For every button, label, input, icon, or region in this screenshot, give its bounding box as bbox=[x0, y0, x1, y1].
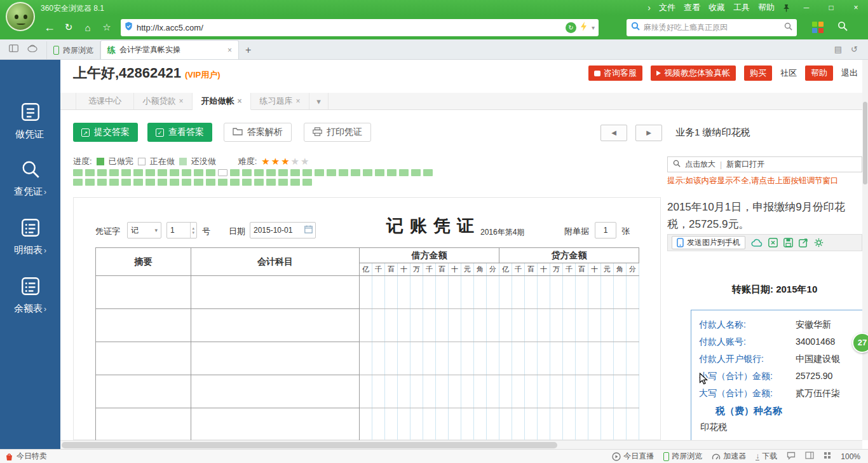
cloud-save-icon[interactable] bbox=[751, 238, 763, 247]
progress-square[interactable] bbox=[387, 169, 397, 176]
credit-amount-cell[interactable] bbox=[588, 408, 601, 441]
menu-expand-icon[interactable]: › bbox=[648, 3, 651, 13]
voucher-number-value[interactable] bbox=[167, 226, 190, 235]
progress-square[interactable] bbox=[133, 169, 143, 176]
summary-cell[interactable] bbox=[96, 408, 191, 441]
debit-amount-cell[interactable] bbox=[487, 342, 499, 375]
debit-amount-cell[interactable] bbox=[423, 342, 436, 375]
progress-square[interactable] bbox=[97, 179, 107, 186]
debit-amount-cell[interactable] bbox=[474, 309, 487, 342]
menu-file[interactable]: 文件 bbox=[659, 2, 675, 13]
account-cell[interactable] bbox=[191, 408, 360, 441]
debit-amount-cell[interactable] bbox=[385, 375, 398, 408]
progress-square[interactable] bbox=[109, 179, 119, 186]
notification-badge[interactable]: 27 bbox=[852, 333, 868, 353]
credit-amount-cell[interactable] bbox=[525, 342, 538, 375]
home-icon[interactable]: ⌂ bbox=[79, 22, 97, 33]
debit-amount-cell[interactable] bbox=[436, 342, 449, 375]
credit-amount-cell[interactable] bbox=[588, 342, 601, 375]
credit-amount-cell[interactable] bbox=[627, 276, 639, 309]
progress-square[interactable] bbox=[109, 169, 119, 176]
progress-square[interactable] bbox=[158, 169, 167, 176]
debit-amount-cell[interactable] bbox=[398, 408, 410, 441]
credit-amount-cell[interactable] bbox=[499, 408, 512, 441]
menu-favorites[interactable]: 收藏 bbox=[709, 2, 725, 13]
debit-amount-cell[interactable] bbox=[398, 342, 410, 375]
view-answer-button[interactable]: ✓查看答案 bbox=[147, 123, 212, 142]
tab-close-icon[interactable]: × bbox=[295, 97, 300, 106]
url-input[interactable] bbox=[137, 23, 562, 32]
print-voucher-button[interactable]: 打印凭证 bbox=[304, 123, 371, 142]
close-button[interactable]: × bbox=[848, 3, 864, 12]
credit-amount-cell[interactable] bbox=[627, 408, 639, 441]
tab-overflow-dropdown[interactable]: ▾ bbox=[309, 93, 329, 109]
tab-course-center[interactable]: 选课中心 bbox=[76, 93, 134, 109]
search-input[interactable] bbox=[644, 23, 780, 32]
open-new-window-link[interactable]: 新窗口打开 bbox=[726, 159, 764, 170]
download-item[interactable]: ↓ 下载 bbox=[756, 451, 777, 462]
credit-amount-cell[interactable] bbox=[499, 276, 512, 309]
search-icon[interactable] bbox=[784, 22, 792, 33]
community-link[interactable]: 社区 bbox=[780, 67, 797, 79]
credit-amount-cell[interactable] bbox=[588, 309, 601, 342]
credit-amount-cell[interactable] bbox=[525, 408, 538, 441]
debit-amount-cell[interactable] bbox=[461, 375, 474, 408]
credit-amount-cell[interactable] bbox=[601, 408, 614, 441]
progress-square[interactable] bbox=[206, 169, 215, 176]
sidebar-item-detail-table[interactable]: 明细表› bbox=[0, 216, 60, 256]
refresh-icon[interactable]: ↻ bbox=[60, 22, 78, 33]
debit-amount-cell[interactable] bbox=[474, 408, 487, 441]
account-cell[interactable] bbox=[191, 375, 360, 408]
search-box[interactable] bbox=[627, 19, 797, 36]
credit-amount-cell[interactable] bbox=[614, 276, 627, 309]
progress-square[interactable] bbox=[230, 169, 240, 176]
credit-amount-cell[interactable] bbox=[576, 276, 588, 309]
debit-amount-cell[interactable] bbox=[385, 408, 398, 441]
debit-amount-cell[interactable] bbox=[436, 375, 449, 408]
progress-square[interactable] bbox=[423, 169, 433, 176]
credit-amount-cell[interactable] bbox=[614, 309, 627, 342]
sidebar-item-balance-table[interactable]: 余额表› bbox=[0, 275, 60, 315]
debit-amount-cell[interactable] bbox=[410, 375, 423, 408]
debit-amount-cell[interactable] bbox=[372, 375, 385, 408]
progress-square[interactable] bbox=[254, 169, 264, 176]
summary-cell[interactable] bbox=[96, 276, 191, 309]
stepper-arrows[interactable]: ▴▾ bbox=[190, 223, 196, 238]
debit-amount-cell[interactable] bbox=[436, 276, 449, 309]
voucher-word-value[interactable] bbox=[128, 226, 154, 235]
account-cell[interactable] bbox=[191, 309, 360, 342]
progress-square[interactable] bbox=[133, 179, 143, 186]
voucher-word-select[interactable]: ▾ bbox=[127, 222, 161, 238]
debit-amount-cell[interactable] bbox=[487, 375, 499, 408]
debit-amount-cell[interactable] bbox=[449, 309, 461, 342]
live-today-item[interactable]: 今日直播 bbox=[612, 451, 654, 462]
send-to-phone-button[interactable]: 发送图片到手机 bbox=[672, 236, 745, 249]
special-sale-item[interactable]: 今日特卖 bbox=[0, 451, 47, 462]
debit-amount-cell[interactable] bbox=[360, 342, 372, 375]
debit-amount-cell[interactable] bbox=[461, 276, 474, 309]
debit-amount-cell[interactable] bbox=[410, 276, 423, 309]
credit-amount-cell[interactable] bbox=[538, 408, 550, 441]
debit-amount-cell[interactable] bbox=[436, 309, 449, 342]
progress-square[interactable] bbox=[302, 169, 312, 176]
debit-amount-cell[interactable] bbox=[360, 408, 372, 441]
progress-square[interactable] bbox=[85, 179, 95, 186]
debit-amount-cell[interactable] bbox=[398, 276, 410, 309]
vertical-scrollbar[interactable] bbox=[862, 60, 868, 440]
debit-amount-cell[interactable] bbox=[487, 309, 499, 342]
accelerator-item[interactable]: 加速器 bbox=[712, 451, 746, 462]
tab-exercise-bank[interactable]: 练习题库× bbox=[251, 93, 309, 109]
debit-amount-cell[interactable] bbox=[360, 309, 372, 342]
debit-amount-cell[interactable] bbox=[360, 276, 372, 309]
summary-cell[interactable] bbox=[96, 342, 191, 375]
account-cell[interactable] bbox=[191, 342, 360, 375]
progress-square[interactable] bbox=[230, 179, 240, 186]
app-grid-icon[interactable] bbox=[812, 22, 824, 33]
sidebar-item-make-voucher[interactable]: 做凭证 bbox=[0, 100, 60, 141]
skin-pin-icon[interactable] bbox=[783, 4, 790, 12]
credit-amount-cell[interactable] bbox=[614, 342, 627, 375]
credit-amount-cell[interactable] bbox=[538, 342, 550, 375]
credit-amount-cell[interactable] bbox=[576, 342, 588, 375]
debit-amount-cell[interactable] bbox=[423, 309, 436, 342]
settings-gear-icon[interactable] bbox=[814, 238, 824, 247]
